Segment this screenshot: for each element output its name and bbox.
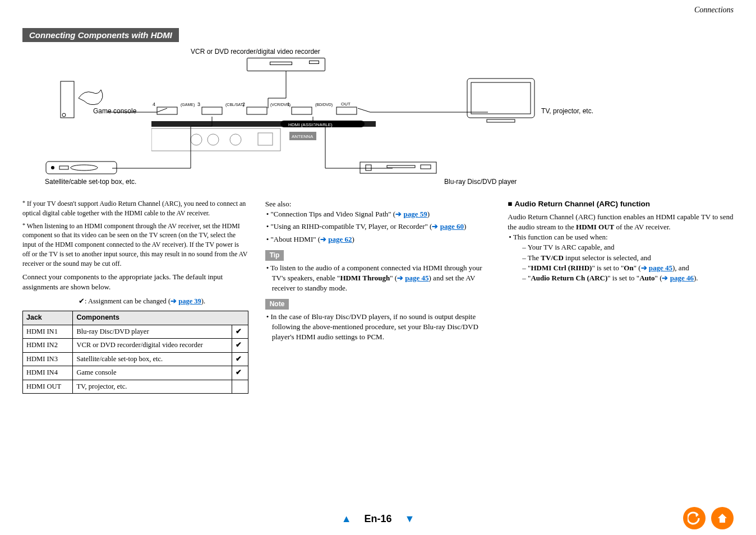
arrow-icon: ➔ [432, 222, 440, 230]
bd-label: Blu-ray Disc/DVD player [444, 178, 517, 186]
next-page-button[interactable]: ▼ [405, 513, 415, 525]
bd-device [359, 160, 437, 179]
legend-post: ). [201, 297, 205, 305]
stb-icon [45, 157, 118, 177]
list-item: "About HDMI" (➔ page 62) [265, 234, 491, 245]
note-list: In the case of Blu-ray Disc/DVD players,… [265, 312, 491, 343]
list-item: To listen to the audio of a component co… [265, 263, 491, 294]
arrow-icon: ➔ [395, 210, 403, 218]
list-item: Your TV is ARC capable, and [522, 242, 734, 252]
page-category: Connections [694, 6, 734, 15]
back-button[interactable] [683, 507, 706, 529]
footnote-1: * If your TV doesn't support Audio Retur… [22, 199, 248, 218]
table-legend: ✔: Assignment can be changed (➔ page 39)… [22, 297, 248, 307]
col1-intro: Connect your components to the appropria… [22, 272, 248, 292]
page-39-link[interactable]: page 39 [178, 297, 201, 305]
th-components: Components [73, 311, 248, 325]
tip-list: To listen to the audio of a component co… [265, 263, 491, 294]
back-arrow-icon [688, 511, 701, 525]
svg-rect-35 [387, 165, 415, 168]
prev-page-button[interactable]: ▲ [342, 513, 352, 525]
arc-subhead: ■Audio Return Channel (ARC) function [508, 199, 734, 210]
page-59-link[interactable]: page 59 [403, 210, 427, 218]
arc-list: This function can be used when: Your TV … [508, 232, 734, 283]
tip-tag: Tip [265, 250, 284, 261]
list-item: "HDMI Ctrl (RIHD)" is set to "On" (➔ pag… [522, 263, 734, 273]
legend-pre: ✔: Assignment can be changed ( [79, 297, 170, 305]
page-45-link[interactable]: page 45 [405, 274, 428, 282]
stb-label: Satellite/cable set-top box, etc. [45, 178, 136, 186]
list-item: In the case of Blu-ray Disc/DVD players,… [265, 312, 491, 343]
list-item: The TV/CD input selector is selected, an… [522, 253, 734, 263]
home-button[interactable] [711, 507, 734, 529]
svg-point-32 [71, 165, 98, 170]
jack-table: Jack Components HDMI IN1Blu-ray Disc/DVD… [22, 311, 248, 394]
arc-intro: Audio Return Channel (ARC) function enab… [508, 212, 734, 232]
table-row: HDMI IN2VCR or DVD recorder/digital vide… [23, 339, 248, 353]
footnote-2: * When listening to an HDMI component th… [22, 222, 248, 269]
page-60-link[interactable]: page 60 [440, 222, 464, 230]
svg-rect-29 [46, 162, 117, 174]
list-item: This function can be used when: Your TV … [508, 232, 734, 283]
column-2: See also: "Connection Tips and Video Sig… [265, 199, 491, 394]
svg-rect-36 [421, 165, 431, 169]
stb-device [45, 157, 118, 179]
list-item: "Using an RIHD-compatible TV, Player, or… [265, 222, 491, 232]
table-row: HDMI IN4Game console✔ [23, 366, 248, 380]
home-icon [716, 511, 729, 525]
see-also-list: "Connection Tips and Video Signal Path" … [265, 209, 491, 245]
table-row: HDMI IN3Satellite/cable set-top box, etc… [23, 352, 248, 366]
page-62-link[interactable]: page 62 [328, 235, 352, 243]
note-tag: Note [265, 299, 289, 310]
page-45-link-b[interactable]: page 45 [649, 264, 672, 272]
svg-rect-34 [366, 165, 371, 170]
arrow-icon: ➔ [397, 274, 405, 282]
section-title: Connecting Components with HDMI [22, 28, 179, 42]
arrow-icon: ➔ [662, 274, 670, 282]
arrow-icon: ➔ [641, 264, 649, 272]
connection-diagram: VCR or DVD recorder/digital video record… [22, 48, 734, 188]
column-3: ■Audio Return Channel (ARC) function Aud… [508, 199, 734, 394]
bd-icon [359, 160, 437, 177]
table-row: HDMI OUTTV, projector, etc. [23, 380, 248, 394]
list-item: "Connection Tips and Video Signal Path" … [265, 209, 491, 219]
footer-nav-icons [683, 507, 734, 529]
content-columns: * If your TV doesn't support Audio Retur… [22, 199, 734, 394]
page-number: En-16 [364, 513, 391, 524]
page-46-link[interactable]: page 46 [670, 274, 694, 282]
list-item: "Audio Return Ch (ARC)" is set to "Auto"… [522, 273, 734, 283]
square-icon: ■ [508, 200, 512, 208]
svg-point-30 [51, 166, 54, 169]
see-also: See also: [265, 199, 491, 209]
column-1: * If your TV doesn't support Audio Retur… [22, 199, 248, 394]
arc-conditions: Your TV is ARC capable, and The TV/CD in… [514, 242, 734, 283]
arrow-icon: ➔ [170, 297, 178, 305]
svg-rect-31 [59, 166, 68, 169]
arrow-icon: ➔ [320, 235, 328, 243]
page-footer: ▲ En-16 ▼ [0, 513, 756, 525]
th-jack: Jack [23, 311, 73, 325]
table-row: HDMI IN1Blu-ray Disc/DVD player✔ [23, 325, 248, 339]
